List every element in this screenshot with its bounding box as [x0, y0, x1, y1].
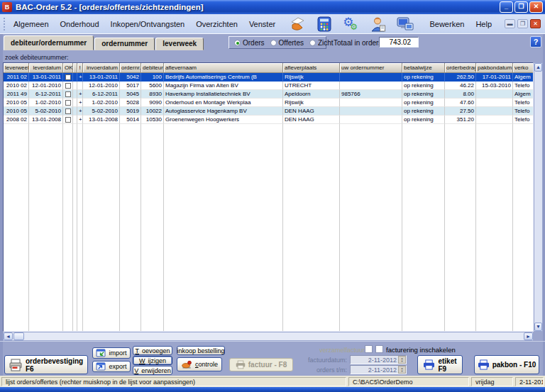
menu-onderhoud[interactable]: Onderhoud	[55, 18, 105, 30]
column-header-betaalwijze[interactable]: betaalwijze	[402, 63, 445, 73]
column-header-invoerdatum[interactable]: invoerdatum	[83, 63, 120, 73]
column-header-aflevernaam[interactable]: aflevernaam	[164, 63, 283, 73]
app-icon[interactable]: B	[2, 2, 12, 12]
menu-bewerken[interactable]: Bewerken	[424, 18, 470, 30]
menu-venster[interactable]: Venster	[243, 18, 281, 30]
cell-ordernr.	[120, 184, 141, 192]
cell-!	[77, 235, 83, 243]
orders-grid[interactable]: leverweekleverdatumOK!invoerdatumordernr…	[3, 62, 534, 332]
scroll-right-icon[interactable]: ►	[524, 332, 533, 340]
ok-checkbox[interactable]	[65, 117, 71, 123]
cell-aflevernaam	[164, 269, 283, 277]
tab-debiteur-ordernummer[interactable]: debiteur/ordernummer	[4, 35, 94, 50]
column-header-leverdatum[interactable]: leverdatum	[29, 63, 63, 73]
cell-verko	[513, 260, 534, 269]
close-button[interactable]: ✕	[529, 1, 543, 13]
controle-button[interactable]: controle	[177, 357, 222, 371]
column-header-verko[interactable]: verko	[513, 63, 534, 73]
cell-invoerdatum: 6-12-2011	[83, 90, 120, 99]
cell-orderbedrag	[445, 175, 476, 184]
spinner-icon[interactable]: ▲▼	[398, 356, 406, 364]
minimize-button[interactable]: _	[500, 1, 513, 13]
export-button[interactable]: export	[92, 361, 131, 372]
menu-help[interactable]: Help	[470, 18, 497, 30]
cell-leverdatum	[29, 286, 63, 294]
ok-checkbox[interactable]	[65, 91, 71, 97]
cell-OK	[63, 294, 73, 303]
mdi-minimize-icon[interactable]: ▬	[505, 19, 515, 28]
column-header-ordernr.[interactable]: ordernr.	[120, 63, 141, 73]
cell-OK	[63, 73, 73, 82]
table-row[interactable]: 2008 0213-01-2008+13-01-2008501410530Gro…	[4, 116, 533, 124]
menu-inkopen-ontvangsten[interactable]: Inkopen/Ontvangsten	[105, 18, 191, 30]
column-header-leverweek[interactable]: leverweek	[4, 63, 29, 73]
radio-orders[interactable]: Orders	[234, 39, 265, 47]
cell-debiteur	[141, 133, 164, 141]
mdi-restore-icon[interactable]: ❐	[517, 19, 528, 28]
column-header-afleverplaats[interactable]: afleverplaats	[283, 63, 340, 73]
factuur-button[interactable]: factuur - F8	[229, 358, 293, 371]
tab-leverweek[interactable]: leverweek	[155, 38, 204, 50]
wijzigen-button[interactable]: Wijzigen	[133, 356, 172, 365]
verwijderen-button[interactable]: Verwijderen	[133, 366, 172, 375]
scrollbar-thumb[interactable]	[13, 332, 24, 340]
computer-icon[interactable]	[396, 16, 414, 32]
table-row[interactable]: 2010 0212-01-201012-01-201050175600Magaz…	[4, 82, 533, 90]
table-row[interactable]: 2011 0213-01-2011+13-01-20115042100Bedri…	[4, 73, 533, 82]
scroll-up-icon[interactable]: ▲	[534, 63, 542, 72]
orderbevestiging-button[interactable]: orderbevestiging F6	[4, 355, 88, 374]
cell-pakbondatum	[476, 218, 513, 226]
toevoegen-button[interactable]: Toevoegen	[133, 346, 172, 355]
ok-checkbox[interactable]	[65, 74, 71, 80]
cell-ordernr.	[120, 303, 141, 311]
column-header-orderbedrag[interactable]: orderbedrag	[445, 63, 476, 73]
settings-gears-icon[interactable]: ⚙⚙	[342, 16, 360, 32]
pakbon-button[interactable]: pakbon - F10	[474, 355, 539, 374]
vertical-scrollbar[interactable]: ▲ ▼	[534, 62, 543, 332]
orders-tm-field[interactable]: 2-11-2012 ▲▼	[350, 365, 407, 374]
mdi-close-icon[interactable]: ✕	[530, 19, 541, 28]
etiket-button[interactable]: etiket F9	[417, 355, 463, 374]
cell-pakbondatum	[476, 107, 513, 116]
cell-invoerdatum	[83, 320, 120, 328]
import-button[interactable]: import	[92, 347, 131, 359]
column-header-OK[interactable]: OK	[63, 63, 73, 73]
column-header-uw ordernummer[interactable]: uw ordernummer	[340, 63, 402, 73]
cell-OK	[63, 184, 73, 192]
spinner-icon[interactable]: ▲▼	[398, 366, 406, 374]
facturering-checkbox-1[interactable]	[365, 345, 373, 353]
calculator-icon[interactable]	[315, 16, 334, 32]
cell-ordernr.	[120, 235, 141, 243]
scroll-left-icon[interactable]: ◄	[4, 332, 13, 340]
factuurdatum-field[interactable]: 2-11-2012 ▲▼	[350, 355, 407, 364]
inkoop-bestelling-button[interactable]: inkoop bestelling	[177, 346, 225, 355]
cell-!	[77, 226, 83, 235]
scroll-down-icon[interactable]: ▼	[534, 323, 542, 331]
cell-orderbedrag	[445, 320, 476, 328]
cell-leverweek	[4, 218, 29, 226]
send-mail-icon[interactable]	[288, 16, 307, 32]
table-row[interactable]: 2010 055-02-2010+5-02-2010501910022Autog…	[4, 107, 533, 116]
table-row[interactable]: 2010 051-02-2010+1-02-201050289090Onderh…	[4, 99, 533, 107]
tab-ordernummer[interactable]: ordernummer	[94, 38, 155, 50]
column-header-pakbondatum[interactable]: pakbondatum	[476, 63, 513, 73]
ok-checkbox[interactable]	[65, 83, 71, 89]
column-header-debiteur[interactable]: debiteur	[141, 63, 164, 73]
menu-algemeen[interactable]: Algemeen	[8, 18, 55, 30]
customer-icon[interactable]	[369, 16, 387, 32]
facturering-checkbox-2[interactable]	[375, 345, 383, 353]
help-button[interactable]: ?	[530, 36, 541, 47]
table-row[interactable]: 2011 496-12-2011+6-12-201150458930Haverk…	[4, 90, 533, 99]
toolbar-grip[interactable]	[4, 18, 6, 30]
horizontal-scrollbar[interactable]: ◄ ►	[3, 332, 534, 341]
menu-overzichten[interactable]: Overzichten	[190, 18, 243, 30]
print-confirmation-icon	[9, 359, 23, 371]
column-header-![interactable]: !	[77, 63, 83, 73]
radio-zicht[interactable]: Zicht	[309, 39, 334, 47]
maximize-button[interactable]: ❐	[514, 1, 528, 13]
radio-offertes[interactable]: Offertes	[270, 39, 304, 47]
ok-checkbox[interactable]	[65, 108, 71, 114]
cell-!	[77, 158, 83, 167]
ok-checkbox[interactable]	[65, 100, 71, 106]
cell-debiteur	[141, 320, 164, 328]
